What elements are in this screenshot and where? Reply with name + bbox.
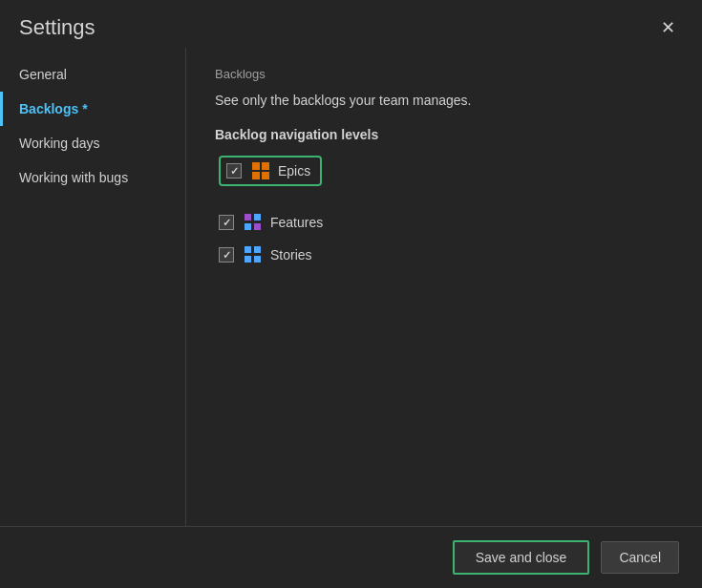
svg-rect-1: [262, 162, 269, 170]
stories-checkbox[interactable]: [219, 247, 234, 262]
section-description: See only the backlogs your team manages.: [215, 93, 673, 108]
stories-label: Stories: [270, 247, 312, 262]
epics-label: Epics: [278, 163, 310, 178]
svg-rect-2: [252, 172, 260, 179]
svg-rect-9: [254, 246, 261, 253]
stories-icon: [244, 245, 263, 264]
nav-items-container: Epics Features: [215, 156, 673, 264]
svg-rect-0: [252, 162, 260, 170]
close-button[interactable]: ✕: [653, 15, 683, 40]
svg-rect-5: [254, 214, 261, 220]
features-label: Features: [270, 215, 323, 230]
epics-checkbox[interactable]: [226, 163, 242, 178]
svg-rect-10: [245, 256, 251, 262]
svg-rect-4: [245, 214, 251, 220]
epics-icon: [251, 161, 270, 180]
subsection-title: Backlog navigation levels: [215, 127, 673, 142]
sidebar-item-backlogs[interactable]: Backlogs *: [0, 92, 185, 126]
nav-item-epics[interactable]: Epics: [219, 156, 322, 186]
section-title: Backlogs: [215, 67, 673, 81]
settings-dialog: Settings ✕ General Backlogs * Working da…: [0, 0, 702, 588]
sidebar-item-general[interactable]: General: [0, 57, 185, 92]
svg-rect-11: [254, 256, 261, 262]
features-icon: [244, 213, 263, 232]
sidebar-item-working-days[interactable]: Working days: [0, 126, 185, 160]
dialog-title: Settings: [19, 15, 96, 40]
nav-item-stories[interactable]: Stories: [219, 245, 673, 264]
nav-item-epics-wrapper: Epics: [219, 156, 673, 200]
main-content: Backlogs See only the backlogs your team…: [186, 48, 702, 526]
svg-rect-3: [262, 172, 269, 179]
features-checkbox[interactable]: [219, 215, 234, 230]
cancel-button[interactable]: Cancel: [601, 541, 679, 574]
sidebar-item-working-with-bugs[interactable]: Working with bugs: [0, 160, 185, 195]
svg-rect-8: [245, 246, 251, 253]
nav-item-features[interactable]: Features: [219, 213, 673, 232]
save-and-close-button[interactable]: Save and close: [453, 540, 590, 575]
svg-rect-7: [254, 223, 261, 230]
svg-rect-6: [245, 223, 251, 230]
dialog-footer: Save and close Cancel: [0, 526, 702, 588]
dialog-body: General Backlogs * Working days Working …: [0, 48, 702, 526]
sidebar: General Backlogs * Working days Working …: [0, 48, 186, 526]
dialog-header: Settings ✕: [0, 0, 702, 48]
